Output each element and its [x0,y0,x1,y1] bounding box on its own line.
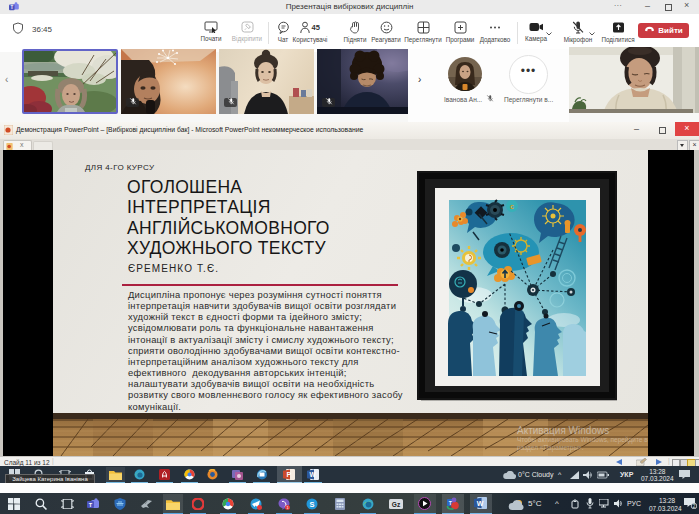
svg-text:S: S [309,500,314,509]
svg-text:T: T [10,5,13,10]
svg-text:Gz: Gz [392,501,401,508]
svg-text:W: W [477,500,484,507]
svg-text:c: c [510,203,514,210]
svg-text:T: T [449,500,452,506]
svg-text:W: W [310,471,317,478]
svg-text:P: P [286,471,291,478]
svg-text:45: 45 [312,23,320,32]
